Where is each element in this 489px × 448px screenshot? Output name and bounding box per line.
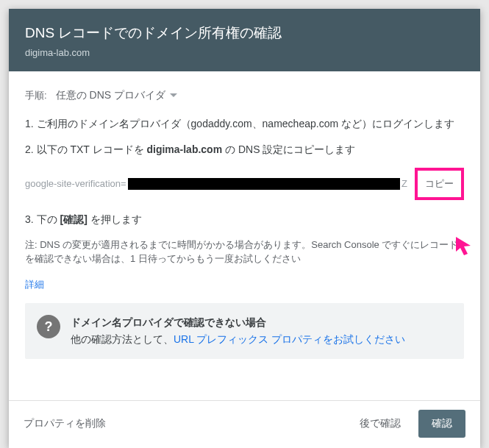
step-1-text: 1. ご利用のドメイン名プロバイダ（godaddy.com、namecheap.… [25,116,464,132]
info-desc: 他の確認方法として、URL プレフィックス プロパティをお試しください [71,332,405,347]
url-prefix-link[interactable]: URL プレフィックス プロパティをお試しください [174,333,405,345]
steps-row: 手順: 任意の DNS プロバイダ [25,88,464,103]
verify-domain-dialog: DNS レコードでのドメイン所有権の確認 digima-lab.com 手順: … [9,9,480,448]
details-link[interactable]: 詳細 [25,277,44,292]
later-button[interactable]: 後で確認 [352,411,408,436]
confirm-button[interactable]: 確認 [418,410,465,438]
dialog-subtitle: digima-lab.com [25,47,464,58]
svg-marker-0 [456,237,471,255]
dialog-title: DNS レコードでのドメイン所有権の確認 [25,24,464,43]
steps-label: 手順: [25,88,47,103]
txt-record-suffix: Z [401,177,407,191]
info-desc-prefix: 他の確認方法として、 [71,333,174,345]
chevron-down-icon [170,93,177,97]
step-3-suffix: を押します [88,213,142,225]
delete-property-link[interactable]: プロパティを削除 [24,417,106,430]
info-content: ドメイン名プロバイダで確認できない場合 他の確認方法として、URL プレフィック… [71,315,405,347]
note-text: 注: DNS の変更が適用されるまでに時間がかかる場合があります。Search … [25,238,464,266]
copy-button[interactable]: コピー [415,168,464,200]
step-3-text: 3. 下の [確認] を押します [25,212,464,227]
dialog-body: 手順: 任意の DNS プロバイダ 1. ご利用のドメイン名プロバイダ（goda… [9,71,480,400]
step-3-prefix: 3. 下の [25,213,60,225]
step-2-domain: digima-lab.com [146,143,222,155]
info-box: ? ドメイン名プロバイダで確認できない場合 他の確認方法として、URL プレフィ… [25,303,464,359]
question-icon: ? [37,315,60,338]
dialog-footer: プロパティを削除 後で確認 確認 [9,400,480,448]
txt-record-field[interactable]: google-site-verification= Z [25,177,412,191]
dns-provider-dropdown[interactable]: 任意の DNS プロバイダ [56,88,177,103]
info-title: ドメイン名プロバイダで確認できない場合 [71,315,405,330]
dns-provider-value: 任意の DNS プロバイダ [56,88,165,103]
txt-record-prefix: google-site-verification= [25,177,126,191]
step-2-prefix: 2. 以下の TXT レコードを [25,143,146,155]
txt-record-masked [128,178,400,190]
dialog-header: DNS レコードでのドメイン所有権の確認 digima-lab.com [9,9,480,71]
step-2-text: 2. 以下の TXT レコードを digima-lab.com の DNS 設定… [25,142,464,157]
step-3-bold: [確認] [60,213,87,225]
txt-record-row: google-site-verification= Z コピー [25,168,464,200]
step-2-suffix: の DNS 設定にコピーします [222,143,355,155]
